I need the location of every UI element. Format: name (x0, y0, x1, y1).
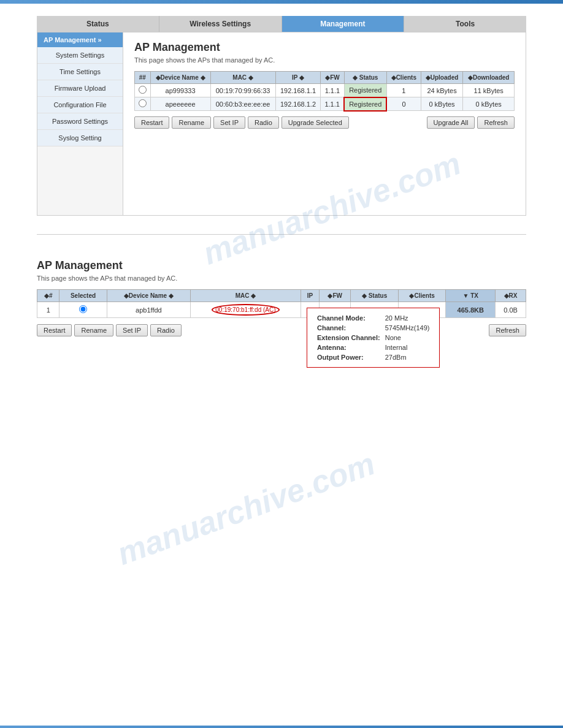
restart-button-1[interactable]: Restart (134, 116, 169, 129)
rename-button-2[interactable]: Rename (74, 324, 113, 336)
row1-device: ap999333 (150, 84, 210, 97)
table-row: apeeeeee 00:60:b3:ee:ee:ee 192.168.1.2 1… (135, 97, 515, 111)
sidebar-item-firmware-upload[interactable]: Firmware Upload (37, 80, 123, 97)
rename-button-1[interactable]: Rename (172, 116, 211, 129)
s2-row1-selected[interactable] (59, 302, 107, 318)
popup-output-power-value: 27dBm (383, 352, 432, 362)
nav-management[interactable]: Management (282, 16, 405, 32)
bottom-bar (0, 726, 563, 728)
popup-ext-channel-value: None (383, 333, 432, 343)
s2-col-rx: ◆RX (496, 290, 526, 302)
s2-row1-rx: 0.0B (496, 302, 526, 318)
popup-antenna-label: Antenna: (315, 343, 383, 352)
section2-table: ◆# Selected ◆Device Name ◆ MAC ◆ IP ◆FW … (37, 289, 526, 318)
set-ip-button-2[interactable]: Set IP (116, 324, 148, 336)
section1-table: ## ◆Device Name ◆ MAC ◆ IP ◆ ◆FW ◆ Statu… (134, 71, 515, 112)
s2-col-clients: ◆Clients (398, 290, 446, 302)
restart-button-2[interactable]: Restart (37, 324, 72, 336)
nav-status[interactable]: Status (37, 16, 159, 32)
row2-uploaded: 0 kBytes (421, 97, 463, 111)
s2-row1-num: 1 (37, 302, 59, 318)
sidebar-item-system-settings[interactable]: System Settings (37, 47, 123, 64)
col-device: ◆Device Name ◆ (150, 72, 210, 84)
popup-ext-channel-label: Extension Channel: (315, 333, 383, 343)
nav-tools[interactable]: Tools (404, 16, 526, 32)
section1-layout: AP Management » System Settings Time Set… (37, 32, 526, 216)
sidebar-item-password-settings[interactable]: Password Settings (37, 113, 123, 130)
refresh-button-1[interactable]: Refresh (477, 116, 515, 129)
popup-antenna-value: Internal (383, 343, 432, 352)
row1-clients: 1 (386, 84, 421, 97)
section2-title: AP Management (37, 259, 526, 272)
row2-device: apeeeeee (150, 97, 210, 111)
row1-status: Registered (344, 84, 386, 97)
s2-col-ip: IP (301, 290, 319, 302)
row2-clients: 0 (386, 97, 421, 111)
s2-col-fw: ◆FW (320, 290, 351, 302)
row1-ip: 192.168.1.1 (275, 84, 321, 97)
row1-select[interactable] (135, 84, 151, 97)
row2-ip: 192.168.1.2 (275, 97, 321, 111)
section1-panel: AP Management This page shows the APs th… (123, 32, 526, 215)
section-divider (37, 234, 526, 235)
watermark-2: manuarchive.com (112, 445, 380, 572)
popup-channel-label: Channel: (315, 323, 383, 333)
s2-row1-tx: 465.8KB (446, 302, 496, 318)
row1-downloaded: 11 kBytes (463, 84, 515, 97)
sidebar-header: AP Management » (37, 32, 123, 47)
nav-wireless[interactable]: Wireless Settings (159, 16, 282, 32)
table-row: ap999333 00:19:70:99:66:33 192.168.1.1 1… (135, 84, 515, 97)
popup-row-output-power: Output Power: 27dBm (315, 352, 432, 362)
sidebar: AP Management » System Settings Time Set… (37, 32, 123, 215)
popup-row-channel-mode: Channel Mode: 20 MHz (315, 313, 432, 323)
section2-desc: This page shows the APs that managed by … (37, 275, 526, 282)
s2-col-selected: Selected (59, 290, 107, 302)
col-downloaded: ◆Downloaded (463, 72, 515, 84)
row2-mac: 00:60:b3:ee:ee:ee (210, 97, 275, 111)
section1-title: AP Management (134, 41, 515, 54)
popup-channel-value: 5745MHz(149) (383, 323, 432, 333)
row1-mac: 00:19:70:99:66:33 (210, 84, 275, 97)
row2-downloaded: 0 kBytes (463, 97, 515, 111)
s2-col-num: ◆# (37, 290, 59, 302)
section1-buttons: Restart Rename Set IP Radio Upgrade Sele… (134, 116, 515, 129)
s2-table-row: 1 apb1ffdd 00:19:70:b1:ff:dd (AC) 0 465.… (37, 302, 526, 318)
col-mac: MAC ◆ (210, 72, 275, 84)
mac-circled-highlight: 00:19:70:b1:ff:dd (AC) (212, 304, 279, 316)
popup-channel-mode-value: 20 MHz (383, 313, 432, 323)
s2-col-mac: MAC ◆ (191, 290, 301, 302)
popup-box: Channel Mode: 20 MHz Channel: 5745MHz(14… (307, 308, 440, 368)
col-select: ## (135, 72, 151, 84)
col-ip: IP ◆ (275, 72, 321, 84)
row2-fw: 1.1.1 (321, 97, 344, 111)
s2-row1-mac: 00:19:70:b1:ff:dd (AC) (191, 302, 301, 318)
row2-select[interactable] (135, 97, 151, 111)
col-clients: ◆Clients (386, 72, 421, 84)
upgrade-all-button[interactable]: Upgrade All (427, 116, 475, 129)
col-uploaded: ◆Uploaded (421, 72, 463, 84)
section1-desc: This page shows the APs that managed by … (134, 56, 515, 64)
col-status: ◆ Status (344, 72, 386, 84)
radio-button-2[interactable]: Radio (150, 324, 182, 336)
sidebar-item-configuration-file[interactable]: Configuration File (37, 97, 123, 113)
row1-uploaded: 24 kBytes (421, 84, 463, 97)
popup-channel-mode-label: Channel Mode: (315, 313, 383, 323)
s2-col-tx: ▼ TX (446, 290, 496, 302)
nav-bar: Status Wireless Settings Management Tool… (37, 16, 526, 32)
s2-col-status: ◆ Status (351, 290, 399, 302)
col-fw: ◆FW (321, 72, 344, 84)
row1-fw: 1.1.1 (321, 84, 344, 97)
set-ip-button-1[interactable]: Set IP (213, 116, 245, 129)
refresh-button-2[interactable]: Refresh (489, 324, 526, 336)
sidebar-item-time-settings[interactable]: Time Settings (37, 64, 123, 80)
popup-row-ext-channel: Extension Channel: None (315, 333, 432, 343)
sidebar-item-syslog-setting[interactable]: Syslog Setting (37, 130, 123, 146)
section2-buttons: Restart Rename Set IP Radio Refresh (37, 324, 526, 336)
upgrade-selected-button[interactable]: Upgrade Selected (282, 116, 349, 129)
popup-row-antenna: Antenna: Internal (315, 343, 432, 352)
radio-button-1[interactable]: Radio (248, 116, 279, 129)
s2-col-device: ◆Device Name ◆ (107, 290, 190, 302)
row2-status: Registered (344, 97, 386, 111)
s2-row1-device: apb1ffdd (107, 302, 190, 318)
popup-table: Channel Mode: 20 MHz Channel: 5745MHz(14… (315, 313, 432, 362)
